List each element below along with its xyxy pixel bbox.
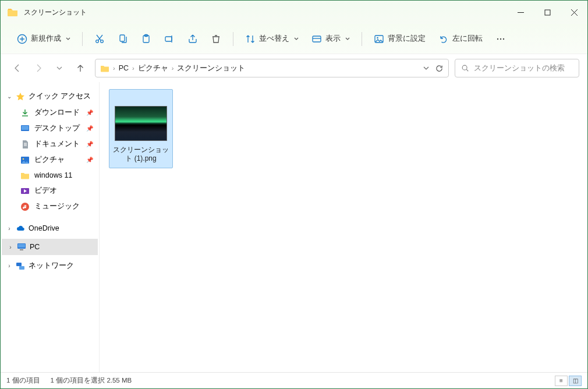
rename-button[interactable] xyxy=(158,30,180,48)
sort-button[interactable]: 並べ替え xyxy=(239,30,304,48)
sidebar-item-downloads[interactable]: ダウンロード 📌 xyxy=(3,105,97,121)
sidebar-label: クイック アクセス xyxy=(29,91,91,101)
new-button[interactable]: 新規作成 xyxy=(11,30,76,48)
sidebar-label: ネットワーク xyxy=(29,261,74,271)
view-label: 表示 xyxy=(325,34,341,44)
svg-rect-16 xyxy=(22,126,29,130)
details-view-button[interactable]: ≡ xyxy=(555,376,568,386)
chevron-down-icon xyxy=(345,37,350,41)
plus-circle-icon xyxy=(17,34,27,44)
document-icon xyxy=(20,140,30,149)
close-button[interactable] xyxy=(561,1,587,24)
sidebar-item-video[interactable]: ビデオ xyxy=(3,183,97,199)
svg-rect-8 xyxy=(313,36,321,42)
folder-icon xyxy=(20,171,30,180)
desktop-icon xyxy=(20,124,30,133)
sidebar-label: PC xyxy=(30,243,40,251)
crumb-pc[interactable]: PC› xyxy=(119,64,134,72)
address-bar[interactable]: › PC› ピクチャ› スクリーンショット xyxy=(95,59,449,77)
chevron-right-icon: › xyxy=(8,244,13,250)
svg-point-12 xyxy=(500,38,501,39)
cut-button[interactable] xyxy=(88,30,111,48)
more-button[interactable] xyxy=(490,30,512,48)
recent-dropdown[interactable] xyxy=(51,59,68,77)
up-button[interactable] xyxy=(72,59,89,77)
separator xyxy=(82,32,83,46)
sidebar-item-documents[interactable]: ドキュメント 📌 xyxy=(3,136,97,152)
file-list[interactable]: スクリーンショット (1).png xyxy=(100,82,587,372)
paste-button[interactable] xyxy=(135,30,157,48)
search-placeholder: スクリーンショットの検索 xyxy=(474,63,565,73)
rotate-left-button[interactable]: 左に回転 xyxy=(433,30,488,48)
sidebar-item-music[interactable]: ミュージック xyxy=(3,199,97,214)
video-icon xyxy=(20,186,30,196)
paste-icon xyxy=(141,34,151,44)
set-background-button[interactable]: 背景に設定 xyxy=(368,30,431,48)
svg-point-14 xyxy=(462,65,467,70)
file-thumbnail xyxy=(115,106,167,141)
crumb-current[interactable]: スクリーンショット xyxy=(177,63,245,73)
toolbar: 新規作成 並べ替え 表示 背景に設定 左に回転 xyxy=(1,24,587,54)
sidebar-label: デスクトップ xyxy=(34,123,80,133)
svg-point-10 xyxy=(377,37,378,38)
pin-icon: 📌 xyxy=(86,109,93,116)
music-icon xyxy=(20,202,30,211)
more-icon xyxy=(495,34,506,44)
separator xyxy=(362,32,362,46)
chevron-down-icon xyxy=(66,37,70,41)
new-label: 新規作成 xyxy=(31,34,61,44)
folder-icon xyxy=(8,8,18,17)
sidebar-onedrive[interactable]: › OneDrive xyxy=(1,220,99,236)
view-button[interactable]: 表示 xyxy=(306,30,356,48)
minimize-button[interactable] xyxy=(507,1,534,24)
delete-button[interactable] xyxy=(205,30,227,48)
sidebar-pc[interactable]: › PC xyxy=(2,239,98,255)
svg-rect-0 xyxy=(545,10,550,15)
maximize-button[interactable] xyxy=(534,1,561,24)
sidebar-label: ダウンロード xyxy=(34,108,80,118)
status-bar: 1 個の項目 1 個の項目を選択 2.55 MB ≡ ◫ xyxy=(1,372,587,388)
crumb-pictures[interactable]: ピクチャ› xyxy=(138,63,174,73)
sidebar-label: ピクチャ xyxy=(34,155,65,165)
background-label: 背景に設定 xyxy=(388,34,426,44)
pin-icon: 📌 xyxy=(86,141,93,147)
cloud-icon xyxy=(16,224,25,233)
chevron-down-icon xyxy=(294,37,299,41)
svg-point-11 xyxy=(497,38,498,39)
rename-icon xyxy=(164,34,175,44)
status-selected: 1 個の項目を選択 2.55 MB xyxy=(51,376,132,385)
sidebar-item-pictures[interactable]: ピクチャ 📌 xyxy=(3,152,97,168)
share-icon xyxy=(187,34,198,44)
svg-rect-4 xyxy=(120,35,125,41)
copy-icon xyxy=(118,34,128,44)
pin-icon: 📌 xyxy=(86,157,93,163)
sidebar-label: ビデオ xyxy=(34,186,57,196)
svg-rect-23 xyxy=(20,249,23,250)
sidebar-quick-access[interactable]: ⌄ クイック アクセス xyxy=(1,88,99,105)
search-icon xyxy=(461,64,469,72)
chevron-down-icon[interactable] xyxy=(423,65,429,71)
sidebar-label: ミュージック xyxy=(34,201,80,211)
separator xyxy=(233,32,233,46)
forward-button[interactable] xyxy=(30,59,47,77)
refresh-button[interactable] xyxy=(435,64,444,73)
folder-icon xyxy=(100,63,109,73)
back-button[interactable] xyxy=(9,59,26,77)
copy-button[interactable] xyxy=(112,30,134,48)
titlebar: スクリーンショット xyxy=(1,1,587,24)
icons-view-button[interactable]: ◫ xyxy=(569,376,582,386)
window-title: スクリーンショット xyxy=(24,8,507,17)
image-icon xyxy=(374,34,384,44)
sidebar-network[interactable]: › ネットワーク xyxy=(1,257,99,274)
sidebar-item-desktop[interactable]: デスクトップ 📌 xyxy=(3,121,97,136)
sidebar-item-windows11[interactable]: windows 11 xyxy=(3,168,97,183)
chevron-right-icon: › xyxy=(6,225,12,232)
share-button[interactable] xyxy=(182,30,204,48)
rotate-left-label: 左に回転 xyxy=(452,34,483,44)
sidebar-label: ドキュメント xyxy=(34,139,80,149)
sidebar: ⌄ クイック アクセス ダウンロード 📌 デスクトップ 📌 ドキュメント xyxy=(1,82,100,372)
svg-rect-24 xyxy=(16,263,22,266)
star-icon xyxy=(16,92,25,101)
search-input[interactable]: スクリーンショットの検索 xyxy=(455,59,579,77)
file-item[interactable]: スクリーンショット (1).png xyxy=(109,89,173,168)
